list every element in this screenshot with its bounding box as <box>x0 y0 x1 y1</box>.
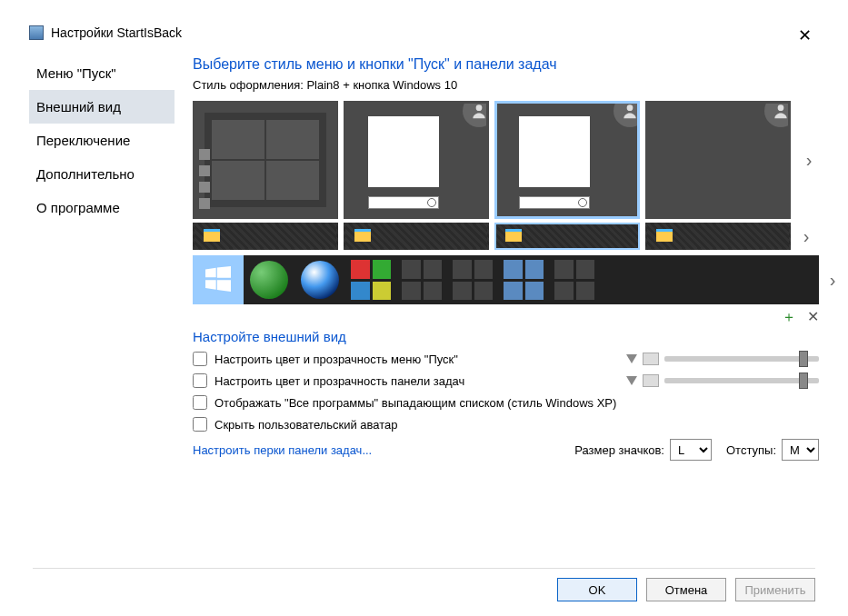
sidebar-item-start-menu[interactable]: Меню "Пуск" <box>29 56 175 90</box>
check-all-programs-xp-box[interactable] <box>193 395 207 410</box>
apply-button[interactable]: Применить <box>735 578 815 601</box>
menu-style-2[interactable] <box>344 101 489 219</box>
taskbar-perks-link[interactable]: Настроить перки панели задач... <box>193 443 372 457</box>
bottom-controls: Настроить перки панели задач... Размер з… <box>193 439 819 461</box>
check-hide-avatar-box[interactable] <box>193 417 207 432</box>
check-menu-color-label: Настроить цвет и прозрачность меню "Пуск… <box>214 353 458 366</box>
dialog-buttons: OK Отмена Применить <box>33 568 815 601</box>
orb-actions: ＋ ✕ <box>193 308 819 327</box>
check-menu-color-box[interactable] <box>193 352 207 366</box>
main-panel: Выберите стиль меню и кнопки "Пуск" и па… <box>193 56 819 461</box>
folder-icon <box>354 229 371 242</box>
menu-style-4[interactable] <box>645 101 791 219</box>
icon-size-select[interactable]: SMLXL <box>670 439 712 461</box>
start-orb-row <box>193 255 819 304</box>
taskbar-next[interactable]: › <box>796 226 816 247</box>
avatar-icon <box>764 101 791 127</box>
orb-2[interactable] <box>244 255 294 304</box>
sidebar-item-advanced[interactable]: Дополнительно <box>29 157 175 191</box>
drop-icon <box>626 354 637 363</box>
remove-orb-icon[interactable]: ✕ <box>807 309 819 324</box>
sidebar: Меню "Пуск" Внешний вид Переключение Доп… <box>29 56 175 461</box>
customize-heading: Настройте внешний вид <box>193 329 819 344</box>
check-hide-avatar-label: Скрыть пользовательский аватар <box>214 418 398 432</box>
cancel-button[interactable]: Отмена <box>646 578 726 601</box>
titlebar: Настройки StartIsBack <box>29 25 819 40</box>
folder-icon <box>656 229 673 242</box>
style-value: Plain8 + кнопка Windows 10 <box>306 78 457 92</box>
orbs-next[interactable]: › <box>823 270 843 291</box>
check-all-programs-xp: Отображать "Все программы" выпадающим сп… <box>193 395 819 410</box>
menu-style-1[interactable] <box>193 101 338 219</box>
taskbar-opacity-slider[interactable] <box>664 378 819 383</box>
orb-8[interactable] <box>549 255 600 304</box>
menu-style-3[interactable] <box>494 101 640 219</box>
avatar-icon <box>614 101 640 127</box>
window-title: Настройки StartIsBack <box>51 25 182 40</box>
win7-orb-icon <box>301 261 339 299</box>
avatar-icon <box>463 101 489 127</box>
margins-select[interactable]: SML <box>782 439 819 461</box>
clover-icon <box>250 261 288 299</box>
margins-label: Отступы: <box>726 443 776 457</box>
svg-point-0 <box>476 104 483 111</box>
check-hide-avatar: Скрыть пользовательский аватар <box>193 417 819 432</box>
ok-button[interactable]: OK <box>557 578 637 601</box>
check-taskbar-color: Настроить цвет и прозрачность панели зад… <box>193 373 819 388</box>
orb-7[interactable] <box>498 255 549 304</box>
sidebar-item-switching[interactable]: Переключение <box>29 124 175 157</box>
drop-icon <box>626 376 637 385</box>
taskbar-style-4[interactable] <box>645 223 791 250</box>
orb-3[interactable] <box>294 255 345 304</box>
orb-win10[interactable] <box>193 255 244 304</box>
windows-icon <box>205 266 231 292</box>
orb-6[interactable] <box>447 255 498 304</box>
check-taskbar-color-label: Настроить цвет и прозрачность панели зад… <box>214 374 464 388</box>
color-swatch-menu[interactable] <box>643 353 659 365</box>
taskbar-style-row: › <box>193 223 819 250</box>
color-swatch-taskbar[interactable] <box>643 374 659 387</box>
section-heading: Выберите стиль меню и кнопки "Пуск" и па… <box>193 56 819 73</box>
style-summary: Стиль оформления: Plain8 + кнопка Window… <box>193 78 819 92</box>
sidebar-item-appearance[interactable]: Внешний вид <box>29 90 175 124</box>
check-all-programs-xp-label: Отображать "Все программы" выпадающим сп… <box>214 396 616 410</box>
styles-next[interactable]: › <box>799 150 819 171</box>
orb-4[interactable] <box>345 255 396 304</box>
folder-icon <box>505 229 522 242</box>
taskbar-style-1[interactable] <box>193 223 338 250</box>
svg-point-2 <box>778 104 784 111</box>
check-taskbar-color-box[interactable] <box>193 373 207 388</box>
taskbar-style-3[interactable] <box>494 223 640 250</box>
close-icon[interactable]: ✕ <box>798 25 812 45</box>
sidebar-item-about[interactable]: О программе <box>29 191 175 224</box>
orb-5[interactable] <box>396 255 447 304</box>
add-orb-icon[interactable]: ＋ <box>782 309 796 324</box>
check-menu-color: Настроить цвет и прозрачность меню "Пуск… <box>193 352 819 366</box>
taskbar-style-2[interactable] <box>344 223 489 250</box>
folder-icon <box>204 229 220 242</box>
svg-point-1 <box>627 104 634 111</box>
app-icon <box>29 25 44 40</box>
icon-size-label: Размер значков: <box>574 443 664 457</box>
style-label: Стиль оформления: <box>193 78 304 92</box>
menu-opacity-slider[interactable] <box>664 356 819 362</box>
menu-style-row: › <box>193 101 819 219</box>
